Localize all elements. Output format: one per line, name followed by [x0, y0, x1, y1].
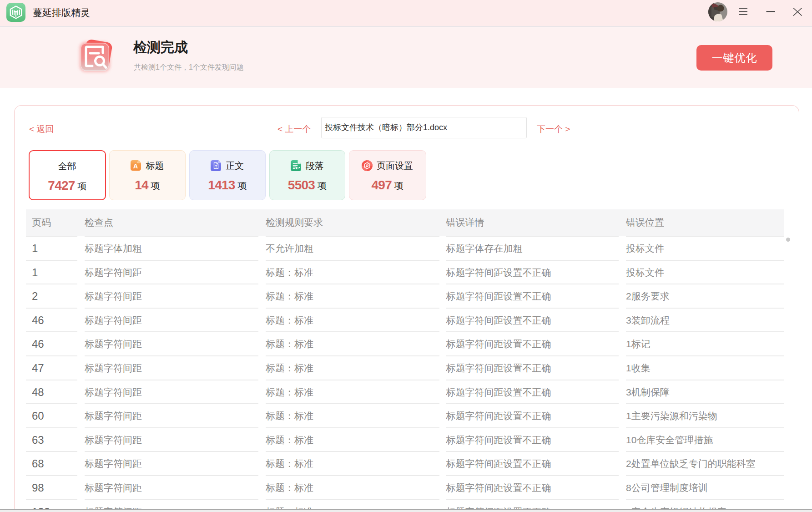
svg-text:A: A [133, 162, 138, 170]
